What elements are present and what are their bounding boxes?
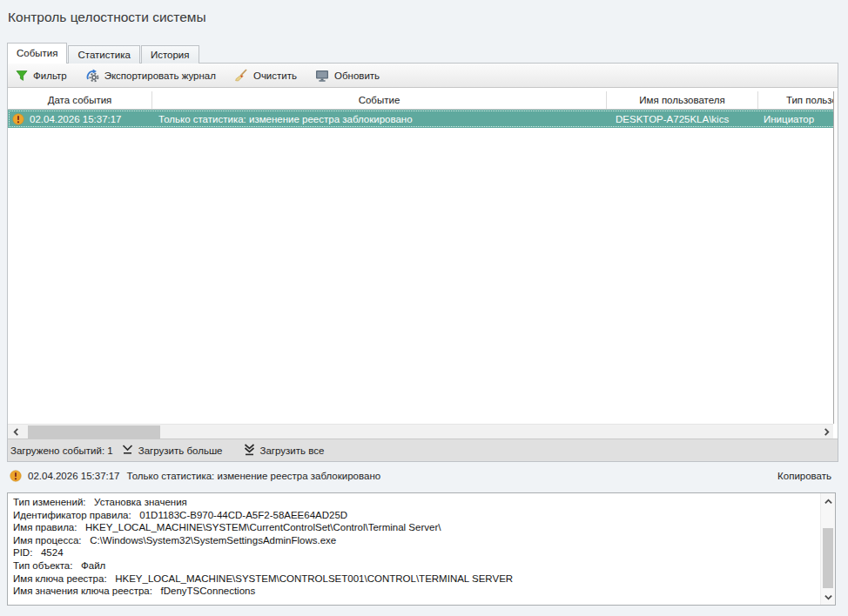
detail-line-change-type: Тип изменений: Установка значения (13, 496, 820, 509)
system-integrity-panel: Контроль целостности системы События Ста… (0, 0, 848, 616)
load-more-button[interactable]: Загрузить больше (121, 444, 223, 457)
scroll-left-arrow-icon[interactable] (9, 425, 23, 439)
cell-user-name: DESKTOP-A725KLA\kics (607, 110, 758, 128)
detail-line-pid: PID: 4524 (13, 546, 820, 559)
refresh-button-label: Обновить (334, 70, 380, 81)
loaded-events-count: Загружено событий: 1 (10, 445, 113, 456)
events-table: Дата события Событие Имя пользователя Ти… (8, 91, 838, 439)
event-detail-summary: 02.04.2026 15:37:17 Только статистика: и… (10, 468, 831, 483)
clear-button[interactable]: Очистить (234, 69, 297, 82)
cell-event-date-text: 02.04.2026 15:37:17 (30, 114, 122, 124)
detail-line-rule-id: Идентификатор правила: 01D1183C-B970-44C… (13, 509, 820, 522)
broom-icon (234, 69, 248, 82)
tab-strip: События Статистика История (7, 43, 200, 64)
warning-icon (12, 113, 24, 125)
table-header-row: Дата события Событие Имя пользователя Ти… (8, 91, 838, 110)
load-all-button[interactable]: Загрузить все (243, 444, 325, 458)
load-all-button-label: Загрузить все (260, 445, 325, 456)
tab-history[interactable]: История (141, 45, 199, 64)
column-header-user-type[interactable]: Тип пользователя (758, 91, 838, 109)
horizontal-scrollbar[interactable] (8, 424, 833, 439)
detail-line-object-type: Тип объекта: Файл (13, 559, 820, 572)
export-journal-button-label: Экспортировать журнал (104, 70, 216, 81)
load-more-button-label: Загрузить больше (138, 445, 223, 456)
scroll-right-arrow-icon[interactable] (819, 425, 833, 439)
double-chevron-down-underline-icon (243, 444, 256, 458)
cell-event-date: 02.04.2026 15:37:17 (8, 110, 152, 128)
events-tab-page: Фильтр Экспортировать журнал Очи (7, 63, 838, 462)
column-header-event-date[interactable]: Дата события (8, 91, 152, 109)
cell-event: Только статистика: изменение реестра заб… (152, 110, 607, 128)
copy-button[interactable]: Копировать (777, 471, 831, 481)
events-status-bar: Загружено событий: 1 Загрузить больше За… (8, 439, 838, 461)
detail-event-message: Только статистика: изменение реестра заб… (127, 471, 381, 481)
toolbar: Фильтр Экспортировать журнал Очи (8, 64, 838, 88)
tab-statistics[interactable]: Статистика (68, 45, 139, 64)
refresh-button[interactable]: Обновить (315, 70, 380, 82)
event-detail-text: Тип изменений: Установка значения Иденти… (8, 493, 820, 605)
tab-events[interactable]: События (7, 43, 67, 64)
horizontal-scrollbar-thumb[interactable] (28, 425, 160, 439)
detail-event-date: 02.04.2026 15:37:17 (28, 471, 120, 481)
filter-icon (16, 70, 28, 82)
page-title: Контроль целостности системы (8, 10, 206, 25)
detail-line-process-name: Имя процесса: C:\Windows\System32\System… (13, 534, 820, 547)
vertical-scrollbar-gutter (833, 91, 838, 424)
filter-button[interactable]: Фильтр (16, 70, 67, 82)
export-journal-button[interactable]: Экспортировать журнал (85, 69, 216, 83)
table-row-selected[interactable]: 02.04.2026 15:37:17 Только статистика: и… (8, 110, 838, 128)
gear-sync-icon (85, 69, 99, 83)
column-header-user-name[interactable]: Имя пользователя (607, 91, 758, 109)
chevron-down-underline-icon (121, 444, 134, 457)
scroll-down-arrow-icon[interactable] (821, 590, 835, 604)
detail-vertical-scrollbar[interactable] (820, 493, 835, 605)
column-header-event[interactable]: Событие (152, 91, 607, 109)
event-detail-box[interactable]: Тип изменений: Установка значения Иденти… (7, 492, 836, 606)
cell-user-type: Инициатор (758, 110, 838, 128)
monitor-icon (315, 70, 329, 82)
warning-icon (10, 470, 22, 482)
detail-line-rule-name: Имя правила: HKEY_LOCAL_MACHINE\SYSTEM\C… (13, 521, 820, 534)
filter-button-label: Фильтр (33, 70, 67, 81)
scroll-up-arrow-icon[interactable] (821, 494, 835, 508)
detail-line-registry-value: Имя значения ключа реестра: fDenyTSConne… (13, 585, 820, 598)
detail-line-registry-key: Имя ключа реестра: HKEY_LOCAL_MACHINE\SY… (13, 572, 820, 586)
detail-scrollbar-thumb[interactable] (823, 528, 833, 588)
clear-button-label: Очистить (253, 70, 297, 81)
